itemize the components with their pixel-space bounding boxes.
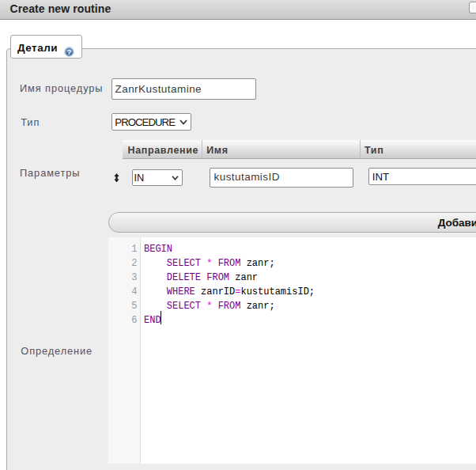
svg-text:?: ? (66, 47, 71, 56)
